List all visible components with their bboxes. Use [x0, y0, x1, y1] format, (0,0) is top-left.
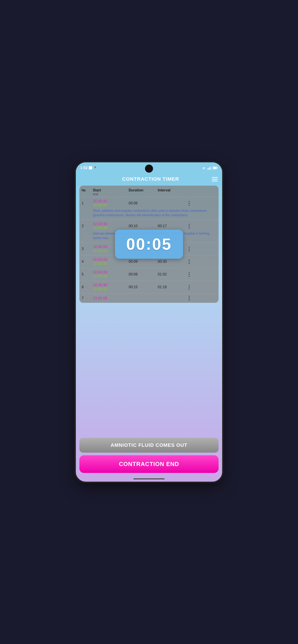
col-start: Start end	[93, 188, 129, 196]
screen-content: CONTRACTION TIMER № Start end Duration I…	[76, 174, 222, 482]
row-6-interval: 01:18	[158, 285, 185, 289]
status-left: 1:52 🅱 📍	[80, 166, 97, 170]
row-2-start: 12:32:38	[93, 222, 129, 226]
svg-rect-6	[217, 168, 218, 168]
table-header: № Start end Duration Interval	[79, 186, 219, 197]
row-5-times: 12:34:28 12:34:36	[93, 270, 129, 278]
row-6-times: 12:35:46 12:36:02	[93, 283, 129, 291]
row-3-num: 3	[82, 247, 93, 251]
row-5-num: 5	[82, 272, 93, 276]
svg-rect-0	[207, 168, 208, 170]
row-1-note: Short, painless and irregular contractio…	[82, 209, 216, 217]
app-title: CONTRACTION TIMER	[89, 176, 212, 182]
app-header: CONTRACTION TIMER	[76, 174, 222, 186]
row-6-end: 12:36:02	[93, 287, 129, 291]
col-num: №	[82, 188, 93, 192]
row-7-num: 7	[82, 296, 93, 300]
row-1-num: 1	[82, 201, 93, 205]
row-4-end: 12:33:35	[93, 262, 129, 266]
row-7-start: 13:51:55	[93, 296, 129, 300]
table-row: 6 12:35:46 12:36:02 00:15 01:18	[79, 281, 219, 294]
row-1-end: 12:32:27	[93, 203, 129, 207]
signal-icon	[207, 166, 211, 170]
row-2-duration: 00:10	[129, 224, 158, 228]
row-3-menu[interactable]	[185, 247, 193, 251]
time-display: 1:52	[80, 166, 88, 170]
table-row: 5 12:34:28 12:34:36 00:08 01:02	[79, 268, 219, 281]
row-5-interval: 01:02	[158, 272, 185, 276]
row-2-interval: 00:17	[158, 224, 185, 228]
row-4-num: 4	[82, 260, 93, 264]
location-icon: 📍	[93, 166, 97, 170]
row-1-start: 12:32:21	[93, 199, 129, 203]
phone-frame: 1:52 🅱 📍	[75, 161, 223, 483]
row-5-duration: 00:08	[129, 272, 158, 276]
svg-rect-1	[208, 168, 209, 170]
timer-overlay: 00:05	[115, 230, 183, 259]
table-row: 1 12:32:21 12:32:27 00:06 Short, painles…	[79, 197, 219, 220]
row-4-menu[interactable]	[185, 260, 193, 264]
row-6-num: 6	[82, 285, 93, 289]
row-1-times: 12:32:21 12:32:27	[93, 199, 129, 207]
notification-icon: 🅱	[89, 166, 92, 170]
svg-rect-3	[211, 166, 211, 170]
battery-icon	[213, 166, 218, 170]
row-1-menu[interactable]	[185, 201, 193, 206]
row-5-menu[interactable]	[185, 272, 193, 277]
wifi-icon	[202, 166, 206, 170]
row-6-menu[interactable]	[185, 285, 193, 290]
menu-button[interactable]	[212, 177, 218, 181]
table-row: 7 13:51:55	[79, 294, 219, 303]
col-duration: Duration	[129, 188, 158, 192]
home-indicator	[133, 478, 165, 480]
contraction-end-button[interactable]: CONTRACTION END	[79, 455, 219, 473]
row-2-num: 2	[82, 224, 93, 228]
row-4-interval: 00:30	[158, 260, 185, 264]
svg-rect-5	[213, 167, 216, 169]
status-bar: 1:52 🅱 📍	[76, 162, 222, 174]
row-4-duration: 00:09	[129, 260, 158, 264]
row-5-end: 12:34:36	[93, 274, 129, 278]
row-1-duration: 00:06	[129, 201, 158, 205]
timer-display: 00:05	[126, 235, 172, 253]
row-7-times: 13:51:55	[93, 296, 129, 300]
row-2-menu[interactable]	[185, 224, 193, 228]
svg-rect-2	[210, 167, 210, 170]
amniotic-fluid-button[interactable]: AMNIOTIC FLUID COMES OUT	[79, 438, 219, 452]
row-6-start: 12:35:46	[93, 283, 129, 287]
bottom-buttons: AMNIOTIC FLUID COMES OUT CONTRACTION END	[76, 435, 222, 478]
row-4-times: 12:33:25 12:33:35	[93, 258, 129, 266]
main-content: № Start end Duration Interval 1 12:32:21	[76, 186, 222, 435]
col-interval: Interval	[158, 188, 185, 192]
row-7-menu[interactable]	[185, 296, 193, 300]
row-2-times: 12:32:38 12:32:49	[93, 222, 129, 230]
status-right	[202, 166, 218, 170]
row-6-duration: 00:15	[129, 285, 158, 289]
camera-notch	[145, 164, 153, 173]
contractions-table: № Start end Duration Interval 1 12:32:21	[79, 186, 219, 303]
row-5-start: 12:34:28	[93, 270, 129, 274]
